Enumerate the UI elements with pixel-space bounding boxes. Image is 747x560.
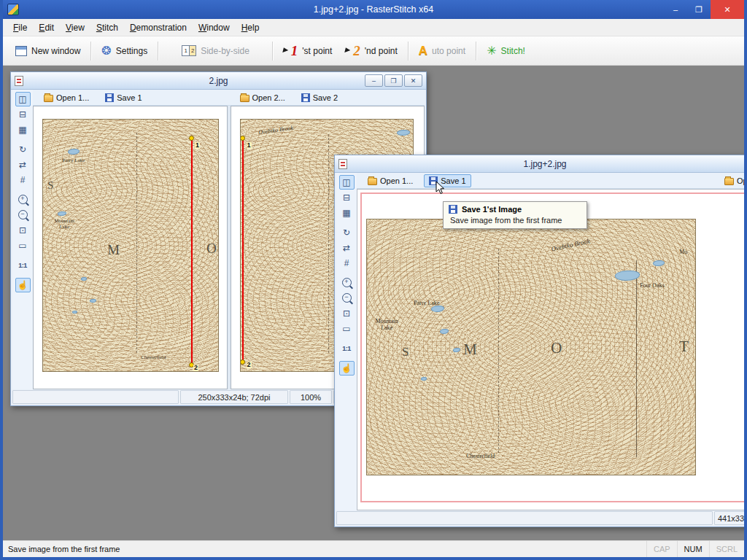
child1-file-toolbar: Open 1... Save 1 Open 2... Save 2: [33, 90, 425, 106]
stitch-point-2[interactable]: [240, 359, 245, 365]
stitch-point-1-label: 1: [247, 142, 252, 149]
save-icon: [105, 93, 114, 102]
map-boundary-line: [498, 249, 499, 453]
menu-file[interactable]: File: [7, 20, 33, 36]
child1-close-button[interactable]: ✕: [404, 74, 422, 87]
lake: [653, 260, 665, 266]
zoom-out-icon[interactable]: [15, 208, 31, 222]
map-place-label: Four Oaks: [640, 282, 665, 289]
child1-minimize-button[interactable]: –: [365, 74, 383, 87]
menu-help[interactable]: Help: [236, 20, 266, 36]
zoom-in-icon[interactable]: [339, 276, 355, 290]
save-1-button[interactable]: Save 1: [424, 174, 471, 187]
view-split-horizontal-icon[interactable]: ⊟: [339, 190, 355, 205]
lake: [68, 149, 80, 155]
map-letter: T: [679, 338, 689, 356]
title-bar[interactable]: 1.jpg+2.jpg - RasterStitch x64 – ❐ ✕: [3, 0, 744, 19]
menu-bar: File Edit View Stitch Demonstration Wind…: [3, 19, 744, 36]
stitch-button[interactable]: Stitch!: [480, 39, 532, 62]
map-boundary-line: [636, 260, 637, 457]
map-image-1[interactable]: S Parry Lake Mountain Lake M O Chesterfi…: [42, 119, 219, 372]
actual-size-icon[interactable]: 1:1: [339, 341, 355, 356]
crop-icon[interactable]: ⊡: [339, 306, 355, 321]
stitch-line: [191, 138, 193, 365]
flip-icon[interactable]: ⇄: [339, 241, 355, 255]
main-toolbar: New window Settings Side-by-side 1 'st p…: [3, 36, 744, 66]
child2-file-toolbar: Open 1... Save 1 Oper: [357, 173, 744, 189]
select-region-icon[interactable]: ▭: [339, 322, 355, 336]
save-1-button[interactable]: Save 1: [100, 91, 147, 104]
view-frames-icon[interactable]: ▦: [15, 122, 31, 137]
stitch-line: [242, 138, 244, 362]
toolbar-separator: [158, 42, 158, 61]
menu-demonstration[interactable]: Demonstration: [124, 20, 193, 36]
map-place-label: Mountain Lake: [50, 219, 78, 230]
child2-canvas[interactable]: Ovebiko Brook Mo Four Oaks Parry Lake Mo…: [357, 189, 744, 510]
select-region-icon[interactable]: ▭: [15, 238, 31, 253]
grid-icon[interactable]: #: [15, 173, 31, 187]
child1-restore-button[interactable]: ❐: [384, 74, 403, 87]
first-point-button[interactable]: 1 'st point: [276, 41, 338, 61]
child1-title-bar[interactable]: 2.jpg – ❐ ✕: [11, 72, 426, 90]
menu-window[interactable]: Window: [193, 20, 236, 36]
document-icon: [15, 76, 23, 86]
map-place-label: Parry Lake: [414, 300, 439, 306]
zoom-in-icon[interactable]: [15, 192, 31, 207]
stitch-point-1[interactable]: [189, 136, 194, 141]
toolbar-separator: [476, 42, 476, 61]
zoom-out-icon[interactable]: [339, 291, 355, 306]
point-cursor-icon: [282, 47, 288, 53]
minimize-button[interactable]: –: [664, 0, 687, 19]
pan-hand-icon[interactable]: ☝: [339, 361, 355, 376]
new-window-icon: [15, 46, 27, 56]
maximize-button[interactable]: ❐: [687, 0, 711, 19]
child2-title-bar[interactable]: 1.jpg+2.jpg: [335, 155, 744, 173]
rotate-icon[interactable]: ↻: [15, 142, 31, 157]
rotate-icon[interactable]: ↻: [339, 225, 355, 240]
close-button[interactable]: ✕: [711, 0, 744, 19]
second-point-button[interactable]: 2 'nd point: [338, 41, 404, 61]
view-split-vertical-icon[interactable]: ◫: [15, 92, 31, 106]
menu-stitch[interactable]: Stitch: [90, 20, 124, 36]
menu-view[interactable]: View: [60, 20, 90, 36]
status-cell-empty: [336, 511, 713, 525]
save1-tooltip: Save 1'st Image Save image from the firs…: [443, 201, 587, 229]
open-2-button[interactable]: Open 2...: [235, 91, 290, 104]
lake: [90, 299, 96, 303]
folder-icon: [724, 178, 734, 185]
stitch-point-1-label: 1: [195, 142, 200, 149]
side-by-side-button[interactable]: Side-by-side: [175, 41, 256, 61]
status-message: Save image from the first frame: [3, 545, 120, 553]
pan-hand-icon[interactable]: ☝: [15, 278, 31, 292]
flip-icon[interactable]: ⇄: [15, 158, 31, 172]
save-icon: [449, 205, 457, 214]
view-frames-icon[interactable]: ▦: [339, 206, 355, 220]
map-letter: O: [551, 339, 562, 357]
folder-icon: [44, 95, 53, 102]
toolbar-separator: [272, 42, 273, 61]
app-icon: [7, 4, 19, 15]
open-2-button[interactable]: Oper: [719, 174, 744, 187]
view-split-horizontal-icon[interactable]: ⊟: [15, 107, 31, 122]
crop-icon[interactable]: ⊡: [15, 223, 31, 238]
open-1-button[interactable]: Open 1...: [363, 174, 418, 187]
stitch-point-1[interactable]: [240, 136, 245, 141]
map-letter: M: [107, 242, 120, 258]
map-letter: S: [47, 179, 53, 192]
menu-edit[interactable]: Edit: [33, 20, 60, 36]
app-window: 1.jpg+2.jpg - RasterStitch x64 – ❐ ✕ Fil…: [0, 0, 747, 560]
lake: [72, 311, 77, 314]
image-size-status: 441x333: [714, 511, 744, 525]
actual-size-icon[interactable]: 1:1: [15, 258, 31, 273]
stitched-map-image[interactable]: Ovebiko Brook Mo Four Oaks Parry Lake Mo…: [366, 219, 696, 475]
grid-icon[interactable]: #: [339, 256, 355, 271]
save-2-button[interactable]: Save 2: [296, 91, 343, 104]
new-window-button[interactable]: New window: [9, 42, 87, 61]
auto-point-button[interactable]: A uto point: [412, 41, 472, 61]
image-pane-1[interactable]: S Parry Lake Mountain Lake M O Chesterfi…: [33, 106, 228, 389]
lake: [421, 377, 427, 381]
settings-button[interactable]: Settings: [95, 39, 154, 62]
side-by-side-icon: [182, 45, 196, 56]
open-1-button[interactable]: Open 1...: [39, 91, 94, 104]
view-split-vertical-icon[interactable]: ◫: [339, 175, 355, 190]
